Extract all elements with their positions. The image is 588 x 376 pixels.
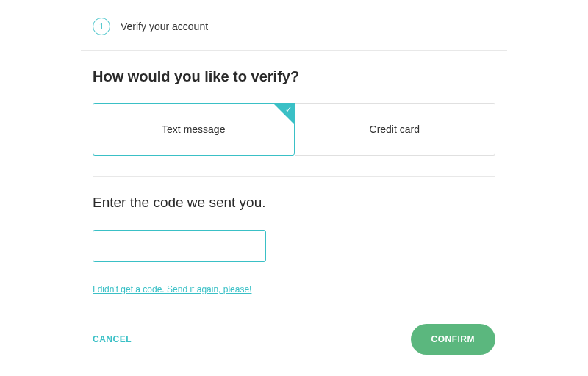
cancel-button[interactable]: CANCEL <box>93 334 132 344</box>
verify-method-section: How would you like to verify? Text messa… <box>81 51 507 173</box>
confirm-button[interactable]: CONFIRM <box>411 324 496 355</box>
check-icon: ✓ <box>285 105 292 115</box>
tab-text-message[interactable]: Text message ✓ <box>93 103 295 156</box>
step-number: 1 <box>99 21 104 32</box>
method-tabs: Text message ✓ Credit card <box>93 103 495 156</box>
code-heading: Enter the code we sent you. <box>93 195 495 211</box>
code-section: Enter the code we sent you. I didn't get… <box>81 177 507 306</box>
verify-heading: How would you like to verify? <box>93 68 495 85</box>
tab-credit-card-label: Credit card <box>370 123 420 135</box>
footer-actions: CANCEL CONFIRM <box>81 306 507 355</box>
verification-code-input[interactable] <box>93 230 266 262</box>
step-title: Verify your account <box>121 21 208 32</box>
resend-code-link[interactable]: I didn't get a code. Send it again, plea… <box>93 284 251 294</box>
step-header: 1 Verify your account <box>81 13 507 50</box>
step-number-badge: 1 <box>93 18 110 35</box>
tab-credit-card[interactable]: Credit card <box>295 103 496 156</box>
verification-panel: 1 Verify your account How would you like… <box>81 0 507 355</box>
tab-text-message-label: Text message <box>162 123 225 135</box>
